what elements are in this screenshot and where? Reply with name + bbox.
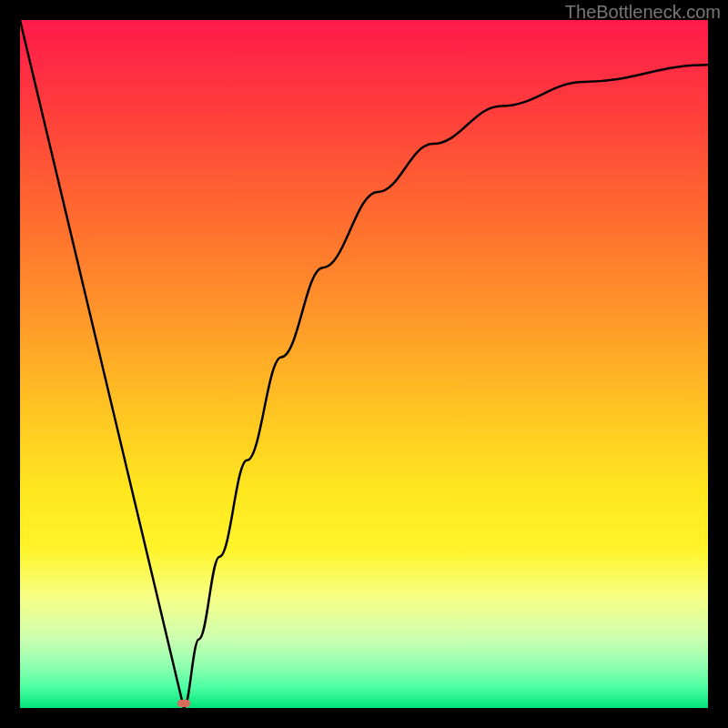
minimum-marker: [177, 700, 190, 707]
chart-container: TheBottleneck.com: [0, 0, 728, 728]
plot-area: [20, 20, 708, 708]
curve-left-descent: [20, 20, 184, 708]
curve-right-ascent: [184, 65, 708, 708]
chart-svg: [20, 20, 708, 708]
